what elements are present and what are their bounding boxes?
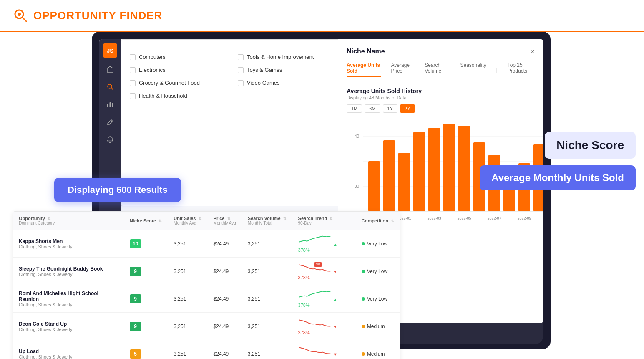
col-search-volume[interactable]: Search Volume ⇅Monthly Total (242, 212, 292, 230)
checkbox-toys[interactable] (238, 67, 244, 73)
svg-text:2022-09: 2022-09 (517, 216, 531, 220)
filter-label-tools: Tools & Home Improvement (247, 54, 314, 60)
cell-units-4: 3,251 (168, 340, 207, 359)
cell-competition-0: Very Low (356, 230, 400, 258)
tab-seasonality[interactable]: Seasonality (460, 62, 486, 77)
sidebar-item-search[interactable] (104, 81, 116, 93)
filter-label-grocery: Grocery & Gourmet Food (139, 80, 200, 86)
svg-rect-6 (110, 102, 111, 107)
opportunity-finder-icon (13, 8, 28, 23)
chart-close-button[interactable]: × (530, 48, 535, 56)
filter-grocery[interactable]: Grocery & Gourmet Food (130, 78, 225, 88)
cell-search-vol-4: 3,251 (242, 340, 292, 359)
cell-trend-0: ▲ 378% (292, 230, 356, 258)
checkbox-computers[interactable] (130, 54, 136, 60)
filter-columns: Computers Tools & Home Improvement Elect… (130, 52, 333, 101)
sidebar-item-home[interactable] (104, 63, 116, 75)
cell-competition-1: Very Low (356, 258, 400, 285)
cell-trend-2: ▲ 378% (292, 285, 356, 313)
table-row[interactable]: Up Load Clothing, Shoes & Jewerly 5 3,25… (13, 340, 400, 359)
table-row[interactable]: Deon Cole Stand Up Clothing, Shoes & Jew… (13, 313, 400, 340)
cell-search-vol-3: 3,251 (242, 313, 292, 340)
svg-rect-16 (383, 140, 395, 211)
svg-rect-19 (428, 128, 440, 211)
filter-label-electronics: Electronics (139, 67, 166, 73)
app-title: OPPORTUNITY FINDER (33, 9, 162, 22)
cell-product-0: Kappa Shorts Men Clothing, Shoes & Jewer… (13, 230, 124, 258)
sidebar-item-analytics[interactable] (104, 99, 116, 110)
cell-product-1: Sleepy The Goodnight Buddy Book Clothing… (13, 258, 124, 285)
col-price[interactable]: Price ⇅Monthly Avg (208, 212, 242, 230)
filter-computers[interactable]: Computers (130, 52, 225, 62)
svg-text:2022-03: 2022-03 (427, 216, 441, 220)
results-table-container: Opportunity ⇅Dominant Category Niche Sco… (13, 211, 400, 359)
cell-competition-2: Very Low (356, 285, 400, 313)
cell-price-4: $24.49 (208, 340, 242, 359)
cell-trend-4: ▼ 378% (292, 340, 356, 359)
svg-point-2 (18, 13, 21, 16)
app-header: OPPORTUNITY FINDER (0, 0, 644, 32)
table-row[interactable]: Romi And Michelles Hight School Reunion … (13, 285, 400, 313)
table-row[interactable]: Kappa Shorts Men Clothing, Shoes & Jewer… (13, 230, 400, 258)
svg-line-4 (111, 88, 113, 90)
results-table: Opportunity ⇅Dominant Category Niche Sco… (13, 212, 400, 359)
time-btn-2y[interactable]: 2Y (400, 104, 415, 113)
filter-health[interactable]: Health & Household (130, 91, 225, 101)
logo-container: OPPORTUNITY FINDER (13, 8, 162, 23)
checkbox-grocery[interactable] (130, 80, 136, 86)
cell-score-4: 5 (124, 340, 168, 359)
cell-trend-3: ▼ 378% (292, 313, 356, 340)
col-unit-sales[interactable]: Unit Sales ⇅Monthly Avg (168, 212, 207, 230)
cell-trend-1: 287 ▼ 378% (292, 258, 356, 285)
cell-units-1: 3,251 (168, 258, 207, 285)
svg-text:30: 30 (355, 184, 360, 189)
avg-units-tooltip: Average Monthly Units Sold (480, 165, 636, 190)
cell-score-2: 9 (124, 285, 168, 313)
niche-score-tooltip: Niche Score (545, 132, 636, 159)
svg-text:2022-07: 2022-07 (487, 216, 501, 220)
filter-video-games[interactable]: Video Games (238, 78, 333, 88)
sidebar-logo: JS (103, 43, 117, 58)
filter-electronics[interactable]: Electronics (130, 65, 225, 75)
cell-units-0: 3,251 (168, 230, 207, 258)
svg-text:2022-05: 2022-05 (457, 216, 471, 220)
filter-toys[interactable]: Toys & Games (238, 65, 333, 75)
svg-rect-17 (398, 153, 410, 211)
col-niche-score[interactable]: Niche Score ⇅ (124, 212, 168, 230)
checkbox-health[interactable] (130, 93, 136, 99)
sidebar-item-notifications[interactable] (104, 134, 116, 145)
table-row[interactable]: Sleepy The Goodnight Buddy Book Clothing… (13, 258, 400, 285)
tab-search-volume[interactable]: Search Volume (425, 62, 450, 77)
col-competition[interactable]: Competition ⇅ (356, 212, 400, 230)
cell-product-2: Romi And Michelles Hight School Reunion … (13, 285, 124, 313)
filter-label-toys: Toys & Games (247, 67, 282, 73)
cell-price-1: $24.49 (208, 258, 242, 285)
svg-line-1 (22, 17, 26, 21)
cell-price-2: $24.49 (208, 285, 242, 313)
tab-avg-units-sold[interactable]: Average Units Sold (347, 62, 381, 77)
svg-text:40: 40 (355, 134, 360, 139)
time-btn-1y[interactable]: 1Y (383, 104, 397, 113)
tab-avg-price[interactable]: Average Price (391, 62, 415, 77)
time-btn-1m[interactable]: 1M (347, 104, 362, 113)
checkbox-electronics[interactable] (130, 67, 136, 73)
cell-score-1: 9 (124, 258, 168, 285)
checkbox-video-games[interactable] (238, 80, 244, 86)
time-btn-6m[interactable]: 6M (365, 104, 380, 113)
col-opportunity[interactable]: Opportunity ⇅Dominant Category (13, 212, 124, 230)
main-content: Displaying 600 Results Niche Score Avera… (0, 32, 644, 359)
sidebar-item-edit[interactable] (104, 116, 116, 128)
cell-product-4: Up Load Clothing, Shoes & Jewerly (13, 340, 124, 359)
results-badge: Displaying 600 Results (54, 178, 181, 202)
col-search-trend[interactable]: Search Trend ⇅90-Day (292, 212, 356, 230)
tab-top-25[interactable]: Top 25 Products (508, 62, 535, 77)
svg-rect-7 (112, 103, 113, 107)
checkbox-tools[interactable] (238, 54, 244, 60)
table-header-row: Opportunity ⇅Dominant Category Niche Sco… (13, 212, 400, 230)
svg-rect-20 (443, 124, 455, 211)
filter-label-computers: Computers (139, 54, 166, 60)
svg-rect-5 (107, 104, 108, 107)
filter-tools[interactable]: Tools & Home Improvement (238, 52, 333, 62)
svg-text:287: 287 (316, 263, 320, 266)
cell-search-vol-2: 3,251 (242, 285, 292, 313)
